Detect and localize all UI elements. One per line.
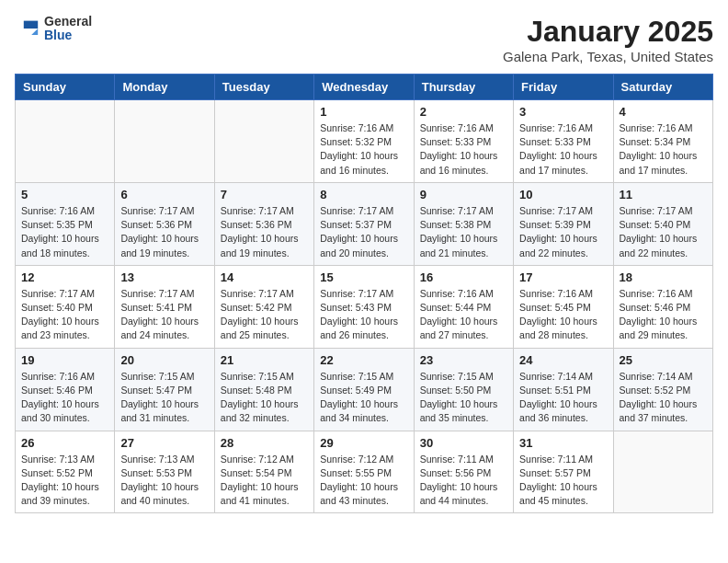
calendar-week-row: 12Sunrise: 7:17 AM Sunset: 5:40 PM Dayli… — [16, 265, 713, 348]
day-number: 27 — [120, 436, 208, 450]
calendar-week-row: 1Sunrise: 7:16 AM Sunset: 5:32 PM Daylig… — [16, 100, 713, 183]
calendar-day-cell: 23Sunrise: 7:15 AM Sunset: 5:50 PM Dayli… — [414, 348, 513, 431]
calendar-body: 1Sunrise: 7:16 AM Sunset: 5:32 PM Daylig… — [16, 100, 713, 513]
calendar-day-cell: 21Sunrise: 7:15 AM Sunset: 5:48 PM Dayli… — [214, 348, 313, 431]
day-number: 6 — [120, 188, 208, 201]
day-number: 24 — [519, 353, 607, 367]
day-info: Sunrise: 7:17 AM Sunset: 5:40 PM Dayligh… — [21, 287, 108, 343]
day-info: Sunrise: 7:12 AM Sunset: 5:54 PM Dayligh… — [221, 453, 308, 509]
calendar-day-cell — [16, 100, 115, 183]
day-number: 15 — [320, 270, 407, 284]
day-number: 26 — [21, 436, 108, 450]
calendar-day-cell: 6Sunrise: 7:17 AM Sunset: 5:36 PM Daylig… — [115, 182, 214, 265]
day-info: Sunrise: 7:16 AM Sunset: 5:45 PM Dayligh… — [519, 287, 607, 343]
day-number: 16 — [420, 270, 507, 284]
day-number: 11 — [620, 188, 707, 201]
calendar-day-cell: 5Sunrise: 7:16 AM Sunset: 5:35 PM Daylig… — [16, 182, 115, 265]
day-number: 13 — [120, 270, 208, 284]
day-info: Sunrise: 7:17 AM Sunset: 5:37 PM Dayligh… — [320, 204, 407, 260]
calendar-day-cell: 4Sunrise: 7:16 AM Sunset: 5:34 PM Daylig… — [613, 100, 712, 183]
calendar-day-cell: 26Sunrise: 7:13 AM Sunset: 5:52 PM Dayli… — [16, 431, 115, 513]
day-number: 19 — [21, 353, 108, 367]
calendar-week-row: 26Sunrise: 7:13 AM Sunset: 5:52 PM Dayli… — [16, 431, 713, 513]
day-info: Sunrise: 7:16 AM Sunset: 5:44 PM Dayligh… — [420, 287, 507, 343]
page-header: General Blue January 2025 Galena Park, T… — [15, 15, 713, 64]
title-block: January 2025 Galena Park, Texas, United … — [503, 15, 713, 64]
day-number: 2 — [420, 105, 507, 119]
day-info: Sunrise: 7:17 AM Sunset: 5:41 PM Dayligh… — [120, 287, 208, 343]
day-number: 21 — [221, 353, 308, 367]
day-number: 22 — [320, 353, 407, 367]
calendar-day-cell: 19Sunrise: 7:16 AM Sunset: 5:46 PM Dayli… — [16, 348, 115, 431]
day-info: Sunrise: 7:15 AM Sunset: 5:50 PM Dayligh… — [420, 370, 507, 426]
day-info: Sunrise: 7:17 AM Sunset: 5:43 PM Dayligh… — [320, 287, 407, 343]
svg-marker-1 — [31, 29, 38, 35]
header-row: SundayMondayTuesdayWednesdayThursdayFrid… — [16, 75, 713, 100]
calendar-day-cell: 7Sunrise: 7:17 AM Sunset: 5:36 PM Daylig… — [214, 182, 313, 265]
day-number: 17 — [519, 270, 607, 284]
day-of-week-header: Wednesday — [314, 75, 414, 100]
calendar-day-cell: 18Sunrise: 7:16 AM Sunset: 5:46 PM Dayli… — [613, 265, 712, 348]
day-number: 4 — [620, 105, 707, 119]
logo-icon — [15, 16, 40, 41]
day-info: Sunrise: 7:17 AM Sunset: 5:42 PM Dayligh… — [221, 287, 308, 343]
calendar-day-cell — [214, 100, 313, 183]
day-info: Sunrise: 7:13 AM Sunset: 5:53 PM Dayligh… — [120, 453, 208, 509]
day-number: 10 — [519, 188, 607, 201]
day-number: 14 — [221, 270, 308, 284]
day-number: 30 — [420, 436, 507, 450]
day-of-week-header: Saturday — [613, 75, 712, 100]
day-info: Sunrise: 7:16 AM Sunset: 5:34 PM Dayligh… — [620, 121, 707, 178]
day-info: Sunrise: 7:13 AM Sunset: 5:52 PM Dayligh… — [21, 453, 108, 509]
calendar-day-cell: 27Sunrise: 7:13 AM Sunset: 5:53 PM Dayli… — [115, 431, 214, 513]
calendar-table: SundayMondayTuesdayWednesdayThursdayFrid… — [15, 74, 713, 513]
calendar-day-cell: 11Sunrise: 7:17 AM Sunset: 5:40 PM Dayli… — [613, 182, 712, 265]
day-info: Sunrise: 7:11 AM Sunset: 5:56 PM Dayligh… — [420, 453, 507, 509]
calendar-day-cell: 17Sunrise: 7:16 AM Sunset: 5:45 PM Dayli… — [514, 265, 613, 348]
day-info: Sunrise: 7:17 AM Sunset: 5:38 PM Dayligh… — [420, 204, 507, 260]
logo-text: General Blue — [44, 15, 92, 43]
day-of-week-header: Tuesday — [214, 75, 313, 100]
calendar-day-cell: 3Sunrise: 7:16 AM Sunset: 5:33 PM Daylig… — [514, 100, 613, 183]
day-of-week-header: Sunday — [16, 75, 115, 100]
svg-marker-0 — [24, 21, 38, 29]
day-info: Sunrise: 7:12 AM Sunset: 5:55 PM Dayligh… — [320, 453, 407, 509]
calendar-day-cell: 20Sunrise: 7:15 AM Sunset: 5:47 PM Dayli… — [115, 348, 214, 431]
calendar-day-cell — [115, 100, 214, 183]
calendar-day-cell: 25Sunrise: 7:14 AM Sunset: 5:52 PM Dayli… — [613, 348, 712, 431]
calendar-day-cell: 15Sunrise: 7:17 AM Sunset: 5:43 PM Dayli… — [314, 265, 414, 348]
day-number: 23 — [420, 353, 507, 367]
day-info: Sunrise: 7:16 AM Sunset: 5:32 PM Dayligh… — [320, 121, 407, 178]
day-info: Sunrise: 7:15 AM Sunset: 5:47 PM Dayligh… — [120, 370, 208, 426]
logo-blue-label: Blue — [44, 29, 92, 42]
day-number: 12 — [21, 270, 108, 284]
day-number: 31 — [519, 436, 607, 450]
calendar-day-cell: 2Sunrise: 7:16 AM Sunset: 5:33 PM Daylig… — [414, 100, 513, 183]
calendar-day-cell: 22Sunrise: 7:15 AM Sunset: 5:49 PM Dayli… — [314, 348, 414, 431]
calendar-day-cell: 28Sunrise: 7:12 AM Sunset: 5:54 PM Dayli… — [214, 431, 313, 513]
day-number: 7 — [221, 188, 308, 201]
day-number: 8 — [320, 188, 407, 201]
day-number: 18 — [620, 270, 707, 284]
calendar-day-cell: 29Sunrise: 7:12 AM Sunset: 5:55 PM Dayli… — [314, 431, 414, 513]
calendar-day-cell: 9Sunrise: 7:17 AM Sunset: 5:38 PM Daylig… — [414, 182, 513, 265]
day-info: Sunrise: 7:17 AM Sunset: 5:39 PM Dayligh… — [519, 204, 607, 260]
calendar-day-cell: 14Sunrise: 7:17 AM Sunset: 5:42 PM Dayli… — [214, 265, 313, 348]
day-number: 20 — [120, 353, 208, 367]
calendar-day-cell: 10Sunrise: 7:17 AM Sunset: 5:39 PM Dayli… — [514, 182, 613, 265]
day-info: Sunrise: 7:17 AM Sunset: 5:36 PM Dayligh… — [221, 204, 308, 260]
day-number: 28 — [221, 436, 308, 450]
day-info: Sunrise: 7:15 AM Sunset: 5:49 PM Dayligh… — [320, 370, 407, 426]
calendar-week-row: 5Sunrise: 7:16 AM Sunset: 5:35 PM Daylig… — [16, 182, 713, 265]
day-number: 9 — [420, 188, 507, 201]
calendar-day-cell: 1Sunrise: 7:16 AM Sunset: 5:32 PM Daylig… — [314, 100, 414, 183]
logo-general-label: General — [44, 15, 92, 29]
calendar-day-cell: 16Sunrise: 7:16 AM Sunset: 5:44 PM Dayli… — [414, 265, 513, 348]
calendar-day-cell — [613, 431, 712, 513]
day-info: Sunrise: 7:17 AM Sunset: 5:36 PM Dayligh… — [120, 204, 208, 260]
logo: General Blue — [15, 15, 92, 43]
calendar-week-row: 19Sunrise: 7:16 AM Sunset: 5:46 PM Dayli… — [16, 348, 713, 431]
day-info: Sunrise: 7:17 AM Sunset: 5:40 PM Dayligh… — [620, 204, 707, 260]
day-info: Sunrise: 7:16 AM Sunset: 5:33 PM Dayligh… — [420, 121, 507, 178]
day-number: 29 — [320, 436, 407, 450]
